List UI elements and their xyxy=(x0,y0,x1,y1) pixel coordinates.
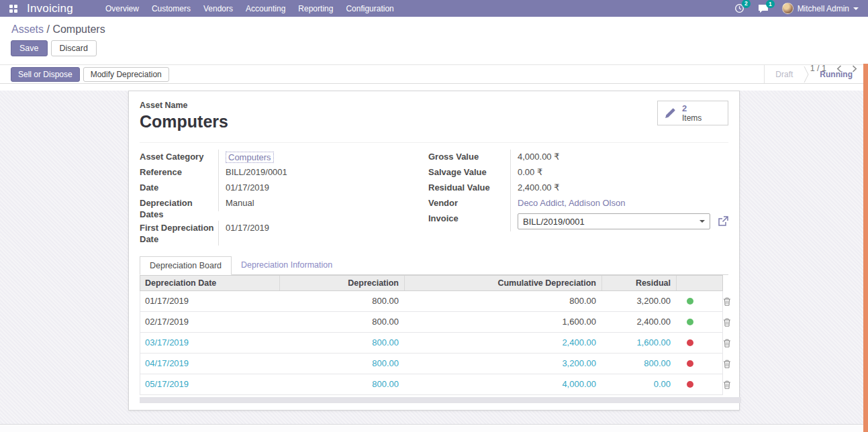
table-row[interactable]: 05/17/2019 800.00 4,000.00 0.00 xyxy=(140,374,728,395)
trash-icon xyxy=(723,297,731,306)
table-row[interactable]: 01/17/2019 800.00 800.00 3,200.00 xyxy=(140,291,728,312)
pager-previous-button[interactable] xyxy=(836,65,842,72)
nav-vendors[interactable]: Vendors xyxy=(203,4,233,13)
cell-residual: 0.00 xyxy=(601,374,676,394)
cell-date: 04/17/2019 xyxy=(140,354,279,374)
delete-row-button[interactable] xyxy=(723,374,731,395)
apps-menu-icon[interactable] xyxy=(9,5,17,13)
cell-depreciation: 800.00 xyxy=(279,354,404,374)
invoice-select[interactable]: BILL/2019/0001 xyxy=(518,213,710,229)
asset-category-label: Asset Category xyxy=(140,150,218,163)
activities-button[interactable]: 2 xyxy=(734,3,744,13)
field-row: Salvage Value 0.00 ₹ xyxy=(428,165,728,180)
scrollbar[interactable] xyxy=(863,64,868,432)
field-groups: Asset Category Computers Reference BILL/… xyxy=(140,150,728,246)
unposted-status-dot xyxy=(687,360,693,367)
col-depreciation[interactable]: Depreciation xyxy=(279,276,404,290)
asset-name-value[interactable]: Computers xyxy=(140,112,728,131)
posted-status-dot xyxy=(687,298,693,305)
breadcrumb-assets[interactable]: Assets xyxy=(11,23,44,35)
pager-value: 1 / 1 xyxy=(810,64,826,73)
field-row: Invoice BILL/2019/0001 xyxy=(428,211,728,231)
delete-row-button[interactable] xyxy=(723,333,731,354)
pager-next-button[interactable] xyxy=(852,65,857,72)
tab-depreciation-information[interactable]: Depreciation Information xyxy=(232,256,342,274)
first-depreciation-date-field[interactable]: 01/17/2019 xyxy=(218,221,428,246)
asset-category-field[interactable]: Computers xyxy=(226,152,274,163)
nav-configuration[interactable]: Configuration xyxy=(346,4,393,13)
col-cumulative-depreciation[interactable]: Cumulative Depreciation xyxy=(404,276,601,290)
app-title[interactable]: Invoicing xyxy=(27,2,73,15)
top-navbar: Invoicing Overview Customers Vendors Acc… xyxy=(0,0,868,17)
title-block: Asset Name Computers xyxy=(140,101,728,143)
nav-overview[interactable]: Overview xyxy=(105,4,139,13)
trash-icon xyxy=(723,360,731,368)
trash-icon xyxy=(723,318,731,327)
items-count: 2 xyxy=(682,103,702,114)
discard-button[interactable]: Discard xyxy=(51,40,97,56)
date-field[interactable]: 01/17/2019 xyxy=(218,180,428,196)
residual-value-field[interactable]: 2,400.00 ₹ xyxy=(510,180,728,196)
state-draft[interactable]: Draft xyxy=(765,70,804,79)
invoicing-app-window: Invoicing Overview Customers Vendors Acc… xyxy=(0,0,868,432)
trash-icon xyxy=(723,339,731,347)
field-row: Depreciation Dates Manual xyxy=(140,196,428,221)
chevron-right-icon xyxy=(852,65,857,72)
vendor-label: Vendor xyxy=(428,196,510,209)
field-row: First Depreciation Date 01/17/2019 xyxy=(140,221,428,246)
breadcrumb-current: Computers xyxy=(52,23,105,35)
table-footer xyxy=(140,397,741,403)
asset-name-label: Asset Name xyxy=(140,101,728,110)
depreciation-dates-label: Depreciation Dates xyxy=(140,196,218,221)
cell-cumulative: 1,600.00 xyxy=(404,312,601,332)
messages-badge: 1 xyxy=(766,0,775,8)
modify-depreciation-button[interactable]: Modify Depreciation xyxy=(83,67,169,82)
table-row[interactable]: 02/17/2019 800.00 1,600.00 2,400.00 xyxy=(140,312,728,333)
vendor-field[interactable]: Deco Addict, Addison Olson xyxy=(518,198,625,208)
col-residual[interactable]: Residual xyxy=(601,276,676,290)
delete-row-button[interactable] xyxy=(723,291,731,312)
nav-reporting[interactable]: Reporting xyxy=(298,4,333,13)
tab-depreciation-board[interactable]: Depreciation Board xyxy=(140,256,232,275)
items-stat-button[interactable]: 2 Items xyxy=(657,101,728,125)
table-header: Depreciation Date Depreciation Cumulativ… xyxy=(140,275,728,291)
trash-icon xyxy=(723,380,731,389)
depreciation-dates-field[interactable]: Manual xyxy=(218,196,428,211)
sell-or-dispose-button[interactable]: Sell or Dispose xyxy=(11,67,80,82)
reference-label: Reference xyxy=(140,165,218,178)
col-depreciation-date[interactable]: Depreciation Date xyxy=(140,276,279,290)
cell-date: 02/17/2019 xyxy=(140,312,279,332)
external-link-icon[interactable] xyxy=(718,216,728,227)
gross-value-label: Gross Value xyxy=(428,150,510,163)
content-area: Asset Name Computers 2 Items Asset Categ… xyxy=(0,91,868,424)
breadcrumb-separator: / xyxy=(46,23,49,35)
dropdown-caret-icon xyxy=(700,220,705,223)
messages-button[interactable]: 1 xyxy=(758,4,769,13)
first-depreciation-date-label: First Depreciation Date xyxy=(140,221,218,246)
table-row[interactable]: 03/17/2019 800.00 2,400.00 1,600.00 xyxy=(140,333,728,354)
cell-date: 01/17/2019 xyxy=(140,291,279,311)
cell-depreciation: 800.00 xyxy=(279,312,404,332)
salvage-value-field[interactable]: 0.00 ₹ xyxy=(510,165,728,180)
gross-value-field[interactable]: 4,000.00 ₹ xyxy=(510,150,728,165)
main-menu: Overview Customers Vendors Accounting Re… xyxy=(105,4,394,13)
nav-accounting[interactable]: Accounting xyxy=(246,4,285,13)
chevron-left-icon xyxy=(836,65,842,72)
table-row[interactable]: 04/17/2019 800.00 3,200.00 800.00 xyxy=(140,354,728,374)
user-menu[interactable]: Mitchell Admin xyxy=(782,3,859,14)
cell-depreciation: 800.00 xyxy=(279,374,404,394)
pager: 1 / 1 xyxy=(810,64,857,73)
reference-field[interactable]: BILL/2019/0001 xyxy=(218,165,428,180)
field-row: Date 01/17/2019 xyxy=(140,180,428,196)
invoice-value: BILL/2019/0001 xyxy=(523,217,585,227)
control-panel: Assets / Computers Save Discard 1 / 1 xyxy=(0,17,868,64)
right-field-group: Gross Value 4,000.00 ₹ Salvage Value 0.0… xyxy=(428,150,728,246)
nav-customers[interactable]: Customers xyxy=(152,4,191,13)
field-row: Residual Value 2,400.00 ₹ xyxy=(428,180,728,196)
delete-row-button[interactable] xyxy=(723,354,731,374)
cell-cumulative: 3,200.00 xyxy=(404,354,601,374)
unposted-status-dot xyxy=(687,381,693,388)
control-panel-buttons: Save Discard xyxy=(0,36,868,56)
delete-row-button[interactable] xyxy=(723,312,731,333)
save-button[interactable]: Save xyxy=(11,40,48,56)
